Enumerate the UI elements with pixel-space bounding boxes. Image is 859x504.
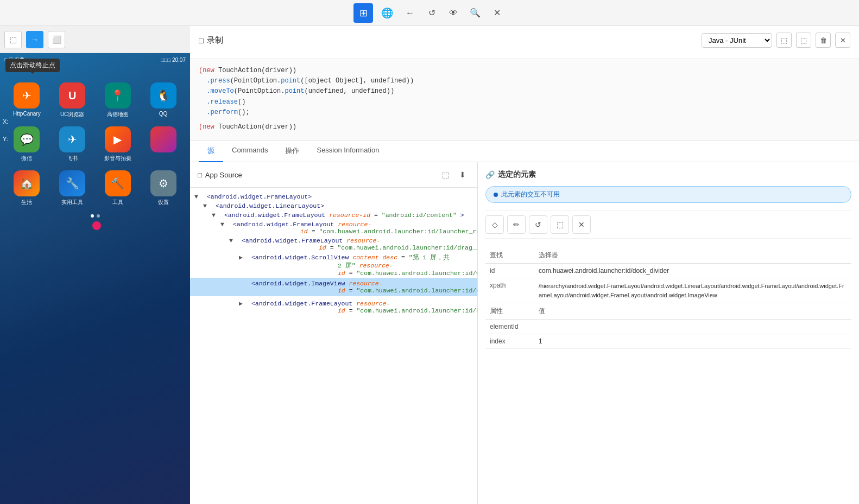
- tree-node[interactable]: ▼ <android.widget.FrameLayout resource-i…: [190, 210, 477, 220]
- tree-arrow[interactable]: ▼: [203, 202, 212, 209]
- node-attr-name-2: id: [319, 244, 326, 251]
- list-item[interactable]: 🔨 工具: [99, 170, 137, 206]
- code-fn-2: point: [285, 87, 304, 95]
- list-item[interactable]: [144, 126, 182, 162]
- interaction-badge: 此元素的交互不可用: [485, 186, 851, 203]
- tree-node[interactable]: ▼ <android.widget.LinearLayout>: [190, 201, 477, 210]
- code-line-3: .moveTo(PointOption.point(undefined, und…: [199, 86, 850, 97]
- close-btn[interactable]: ✕: [488, 4, 506, 22]
- node-attr-val: "com.huawei.android.launcher:id/launcher…: [319, 228, 477, 235]
- badge-text: 此元素的交互不可用: [501, 190, 560, 199]
- node-eq: =: [349, 287, 353, 294]
- app-label: 生活: [21, 199, 32, 206]
- code-keyword-2: (new: [199, 123, 218, 131]
- browser-toolbar: ⊞ 🌐 ← ↺ 👁 🔍 ✕: [0, 0, 859, 26]
- action-btn-close[interactable]: ✕: [572, 215, 591, 234]
- list-item[interactable]: 🏠 生活: [8, 170, 46, 206]
- swipe-label: 点击滑动终止点: [5, 59, 60, 72]
- list-item[interactable]: 💬 微信: [8, 126, 46, 162]
- pink-dot: [92, 221, 101, 230]
- list-item[interactable]: ▶ 影音与拍摄: [99, 126, 137, 162]
- tree-arrow[interactable]: ▶: [239, 253, 248, 261]
- app-label: 设置: [158, 199, 169, 206]
- search-btn[interactable]: 🔍: [466, 4, 484, 22]
- node-eq: =: [374, 212, 378, 219]
- app-icon: 🔨: [105, 170, 131, 196]
- app-icon: ✈: [59, 126, 85, 152]
- list-item[interactable]: 🐧 QQ: [144, 82, 182, 118]
- delete-btn[interactable]: 🗑: [816, 33, 831, 48]
- recording-label: 录制: [207, 35, 223, 46]
- toolbar-btn-select[interactable]: ⬚: [4, 31, 22, 48]
- node-attr-name-2: id: [338, 307, 345, 314]
- tree-arrow[interactable]: ▼: [194, 193, 203, 200]
- list-item[interactable]: U UC浏览器: [54, 82, 91, 118]
- lang-select[interactable]: Java - JUnit Python JavaScript: [702, 33, 772, 48]
- node-attr-name-3: id: [338, 270, 345, 277]
- app-label: 工具: [112, 199, 123, 206]
- selected-title: 🔗 选定的元素: [485, 170, 851, 180]
- node-tag: <android.widget.FrameLayout: [233, 221, 338, 228]
- property-table: 查找 选择器 id com.huawei.android.launcher:id…: [485, 247, 851, 349]
- action-btn-diamond[interactable]: ◇: [485, 215, 504, 234]
- recording-icon: □: [199, 36, 204, 45]
- badge-dot: [494, 193, 498, 197]
- action-btn-refresh[interactable]: ↺: [529, 215, 547, 234]
- list-item[interactable]: 📍 高德地图: [99, 82, 137, 118]
- eye-btn[interactable]: 👁: [445, 4, 462, 22]
- node-attr-name: resource-: [356, 300, 390, 307]
- tree-arrow[interactable]: ▼: [212, 212, 220, 219]
- source-download-btn[interactable]: ⬇: [456, 168, 470, 182]
- node-attr-val-3: "com.huawei.android.launcher:id/workspac…: [356, 270, 477, 277]
- app-icon: 🐧: [150, 82, 176, 109]
- app-icon: ✈: [14, 82, 40, 109]
- action-buttons: ◇ ✏ ↺ ⬚ ✕: [485, 210, 851, 239]
- tree-node[interactable]: ▼ <android.widget.FrameLayout resource- …: [190, 220, 477, 236]
- tree-node[interactable]: ▼ <android.widget.FrameLayout resource- …: [190, 236, 477, 252]
- reload-btn[interactable]: ↺: [423, 4, 440, 22]
- table-row: 属性 值: [485, 303, 851, 320]
- node-attr-name-2: id: [338, 287, 345, 294]
- tree-node[interactable]: ▶ <android.widget.ScrollView content-des…: [190, 252, 477, 278]
- code-area: (new TouchAction(driver)) .press(PointOp…: [190, 59, 859, 141]
- node-tag: <android.widget.FrameLayout: [251, 300, 356, 307]
- list-item[interactable]: 🔧 实用工具: [54, 170, 91, 206]
- list-item[interactable]: ✈ 飞书: [54, 126, 91, 162]
- tree-arrow[interactable]: ▼: [229, 237, 238, 244]
- copy-btn[interactable]: ⬚: [776, 33, 792, 48]
- xpath-label: xpath: [485, 278, 534, 303]
- phone-screen[interactable]: □ ⓦ ⓑ⓰ ● ● ● □□□ 20:07 X: Y: ✈ HttpCanar…: [0, 53, 190, 504]
- tab-actions[interactable]: 操作: [276, 141, 308, 162]
- tab-commands[interactable]: Commands: [223, 141, 276, 162]
- list-item[interactable]: ✈ HttpCanary: [8, 82, 46, 118]
- globe-tab-btn[interactable]: 🌐: [377, 3, 397, 23]
- grid-tab-btn[interactable]: ⊞: [353, 3, 373, 23]
- recording-header: □ 录制 Java - JUnit Python JavaScript ⬚ ⬚ …: [199, 33, 850, 48]
- node-attr-val: "com.huawei.android.launcher:id/dock_div…: [356, 287, 477, 294]
- tab-session[interactable]: Session Information: [308, 141, 388, 162]
- back-btn[interactable]: ←: [401, 4, 419, 22]
- dot-2: [97, 214, 100, 218]
- collapse-btn[interactable]: ⬚: [796, 33, 811, 48]
- dot-1: [91, 214, 94, 218]
- tree-node[interactable]: ▼ <android.widget.FrameLayout>: [190, 192, 477, 201]
- node-attr-val: "第 1 屏，共: [409, 254, 450, 261]
- action-btn-copy[interactable]: ⬚: [551, 215, 569, 234]
- code-line-5: .perform();: [199, 107, 850, 118]
- node-eq-2: =: [349, 270, 353, 277]
- tree-arrow[interactable]: ▼: [220, 221, 229, 228]
- tab-source[interactable]: 源: [199, 141, 223, 162]
- action-btn-edit[interactable]: ✏: [507, 215, 526, 234]
- tree-arrow[interactable]: ▶: [239, 299, 248, 307]
- toolbar-btn-rect[interactable]: ⬜: [48, 31, 65, 48]
- code-line-1: (new TouchAction(driver)): [199, 66, 850, 76]
- app-source-title: App Source: [205, 171, 242, 179]
- list-item[interactable]: ⚙ 设置: [144, 170, 182, 206]
- right-panel: □ 录制 Java - JUnit Python JavaScript ⬚ ⬚ …: [190, 26, 859, 504]
- tree-node[interactable]: ▶ <android.widget.FrameLayout resource- …: [190, 298, 477, 315]
- toolbar-btn-swipe[interactable]: →: [26, 31, 43, 48]
- tree-node-selected[interactable]: <android.widget.ImageView resource- id =…: [190, 278, 477, 296]
- element-id-label: elementId: [485, 320, 534, 334]
- source-copy-btn[interactable]: ⬚: [438, 168, 452, 182]
- close-recording-btn[interactable]: ✕: [835, 33, 850, 48]
